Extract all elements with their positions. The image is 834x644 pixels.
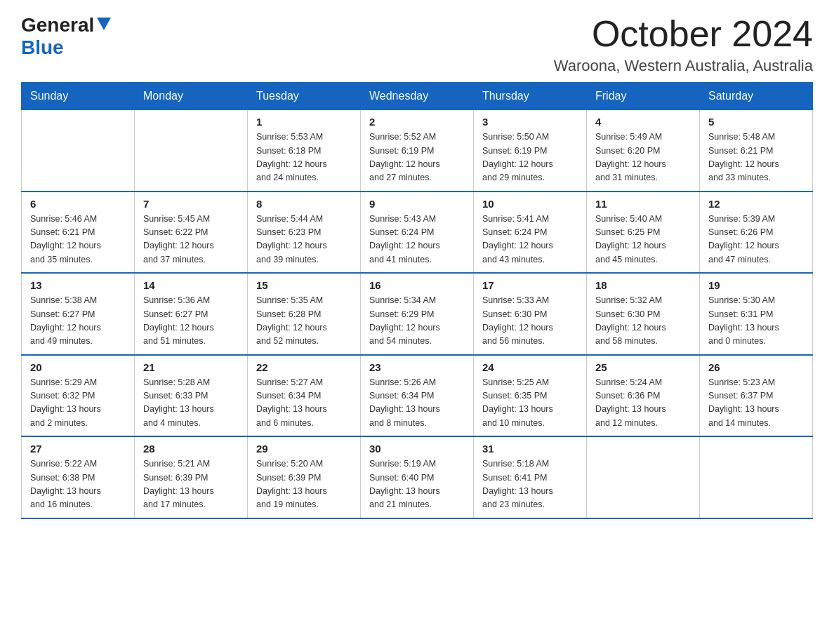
calendar-cell: 14Sunrise: 5:36 AMSunset: 6:27 PMDayligh… — [135, 273, 248, 355]
calendar-table: SundayMondayTuesdayWednesdayThursdayFrid… — [21, 82, 813, 519]
weekday-header-sunday: Sunday — [22, 83, 135, 110]
day-number: 12 — [708, 198, 804, 210]
logo-blue-text: Blue — [21, 36, 64, 59]
day-number: 27 — [30, 443, 126, 455]
calendar-cell: 1Sunrise: 5:53 AMSunset: 6:18 PMDaylight… — [248, 110, 361, 192]
calendar-cell: 28Sunrise: 5:21 AMSunset: 6:39 PMDayligh… — [135, 436, 248, 518]
day-info: Sunrise: 5:44 AMSunset: 6:23 PMDaylight:… — [256, 213, 352, 267]
calendar-week-row: 20Sunrise: 5:29 AMSunset: 6:32 PMDayligh… — [22, 355, 813, 437]
day-number: 17 — [482, 279, 578, 291]
day-info: Sunrise: 5:32 AMSunset: 6:30 PMDaylight:… — [595, 294, 691, 349]
day-number: 14 — [143, 279, 239, 291]
day-number: 3 — [482, 116, 578, 128]
title-section: October 2024 Waroona, Western Australia,… — [554, 14, 813, 75]
day-info: Sunrise: 5:46 AMSunset: 6:21 PMDaylight:… — [30, 213, 126, 267]
weekday-header-saturday: Saturday — [700, 83, 813, 110]
calendar-cell: 13Sunrise: 5:38 AMSunset: 6:27 PMDayligh… — [22, 273, 135, 355]
location-title: Waroona, Western Australia, Australia — [554, 57, 813, 75]
calendar-cell: 2Sunrise: 5:52 AMSunset: 6:19 PMDaylight… — [361, 110, 474, 192]
day-number: 8 — [256, 198, 352, 210]
calendar-cell: 12Sunrise: 5:39 AMSunset: 6:26 PMDayligh… — [700, 192, 813, 274]
day-number: 2 — [369, 116, 465, 128]
day-info: Sunrise: 5:18 AMSunset: 6:41 PMDaylight:… — [482, 457, 578, 512]
calendar-cell: 4Sunrise: 5:49 AMSunset: 6:20 PMDaylight… — [587, 110, 700, 192]
weekday-header-monday: Monday — [135, 83, 248, 110]
day-info: Sunrise: 5:49 AMSunset: 6:20 PMDaylight:… — [595, 130, 691, 185]
day-number: 1 — [256, 116, 352, 128]
calendar-cell: 31Sunrise: 5:18 AMSunset: 6:41 PMDayligh… — [474, 436, 587, 518]
calendar-week-row: 6Sunrise: 5:46 AMSunset: 6:21 PMDaylight… — [22, 192, 813, 274]
day-number: 19 — [708, 279, 804, 291]
calendar-cell: 26Sunrise: 5:23 AMSunset: 6:37 PMDayligh… — [700, 355, 813, 437]
calendar-cell: 6Sunrise: 5:46 AMSunset: 6:21 PMDaylight… — [22, 192, 135, 274]
day-info: Sunrise: 5:36 AMSunset: 6:27 PMDaylight:… — [143, 294, 239, 349]
calendar-cell: 15Sunrise: 5:35 AMSunset: 6:28 PMDayligh… — [248, 273, 361, 355]
calendar-week-row: 27Sunrise: 5:22 AMSunset: 6:38 PMDayligh… — [22, 436, 813, 518]
calendar-cell: 22Sunrise: 5:27 AMSunset: 6:34 PMDayligh… — [248, 355, 361, 437]
day-info: Sunrise: 5:43 AMSunset: 6:24 PMDaylight:… — [369, 213, 465, 267]
day-number: 9 — [369, 198, 465, 210]
calendar-cell — [700, 436, 813, 518]
month-title: October 2024 — [554, 14, 813, 54]
day-number: 28 — [143, 443, 239, 455]
svg-marker-0 — [97, 18, 111, 30]
logo-general-text: General — [21, 14, 94, 36]
calendar-cell: 23Sunrise: 5:26 AMSunset: 6:34 PMDayligh… — [361, 355, 474, 437]
day-info: Sunrise: 5:22 AMSunset: 6:38 PMDaylight:… — [30, 457, 126, 512]
calendar-cell: 20Sunrise: 5:29 AMSunset: 6:32 PMDayligh… — [22, 355, 135, 437]
calendar-cell: 3Sunrise: 5:50 AMSunset: 6:19 PMDaylight… — [474, 110, 587, 192]
calendar-cell: 21Sunrise: 5:28 AMSunset: 6:33 PMDayligh… — [135, 355, 248, 437]
weekday-header-thursday: Thursday — [474, 83, 587, 110]
calendar-cell: 27Sunrise: 5:22 AMSunset: 6:38 PMDayligh… — [22, 436, 135, 518]
calendar-cell: 11Sunrise: 5:40 AMSunset: 6:25 PMDayligh… — [587, 192, 700, 274]
weekday-header-friday: Friday — [587, 83, 700, 110]
calendar-cell — [587, 436, 700, 518]
day-info: Sunrise: 5:50 AMSunset: 6:19 PMDaylight:… — [482, 130, 578, 185]
weekday-header-tuesday: Tuesday — [248, 83, 361, 110]
day-info: Sunrise: 5:48 AMSunset: 6:21 PMDaylight:… — [708, 130, 804, 185]
calendar-cell: 5Sunrise: 5:48 AMSunset: 6:21 PMDaylight… — [700, 110, 813, 192]
day-info: Sunrise: 5:39 AMSunset: 6:26 PMDaylight:… — [708, 213, 804, 267]
calendar-cell: 9Sunrise: 5:43 AMSunset: 6:24 PMDaylight… — [361, 192, 474, 274]
calendar-cell: 29Sunrise: 5:20 AMSunset: 6:39 PMDayligh… — [248, 436, 361, 518]
day-info: Sunrise: 5:45 AMSunset: 6:22 PMDaylight:… — [143, 213, 239, 267]
day-info: Sunrise: 5:24 AMSunset: 6:36 PMDaylight:… — [595, 376, 691, 431]
day-number: 22 — [256, 361, 352, 373]
day-info: Sunrise: 5:53 AMSunset: 6:18 PMDaylight:… — [256, 130, 352, 185]
calendar-header-row: SundayMondayTuesdayWednesdayThursdayFrid… — [22, 83, 813, 110]
day-info: Sunrise: 5:52 AMSunset: 6:19 PMDaylight:… — [369, 130, 465, 185]
day-number: 20 — [30, 361, 126, 373]
calendar-cell: 16Sunrise: 5:34 AMSunset: 6:29 PMDayligh… — [361, 273, 474, 355]
day-info: Sunrise: 5:33 AMSunset: 6:30 PMDaylight:… — [482, 294, 578, 349]
page-header: General Blue October 2024 Waroona, Weste… — [21, 14, 813, 75]
day-number: 25 — [595, 361, 691, 373]
day-info: Sunrise: 5:35 AMSunset: 6:28 PMDaylight:… — [256, 294, 352, 349]
day-info: Sunrise: 5:38 AMSunset: 6:27 PMDaylight:… — [30, 294, 126, 349]
day-number: 4 — [595, 116, 691, 128]
day-number: 15 — [256, 279, 352, 291]
day-info: Sunrise: 5:19 AMSunset: 6:40 PMDaylight:… — [369, 457, 465, 512]
day-number: 16 — [369, 279, 465, 291]
day-number: 6 — [30, 198, 126, 210]
day-info: Sunrise: 5:25 AMSunset: 6:35 PMDaylight:… — [482, 376, 578, 431]
day-number: 7 — [143, 198, 239, 210]
day-info: Sunrise: 5:26 AMSunset: 6:34 PMDaylight:… — [369, 376, 465, 431]
day-info: Sunrise: 5:30 AMSunset: 6:31 PMDaylight:… — [708, 294, 804, 349]
calendar-cell — [135, 110, 248, 192]
day-info: Sunrise: 5:29 AMSunset: 6:32 PMDaylight:… — [30, 376, 126, 431]
day-info: Sunrise: 5:27 AMSunset: 6:34 PMDaylight:… — [256, 376, 352, 431]
calendar-cell: 24Sunrise: 5:25 AMSunset: 6:35 PMDayligh… — [474, 355, 587, 437]
weekday-header-wednesday: Wednesday — [361, 83, 474, 110]
calendar-cell: 7Sunrise: 5:45 AMSunset: 6:22 PMDaylight… — [135, 192, 248, 274]
day-number: 13 — [30, 279, 126, 291]
day-info: Sunrise: 5:20 AMSunset: 6:39 PMDaylight:… — [256, 457, 352, 512]
calendar-week-row: 13Sunrise: 5:38 AMSunset: 6:27 PMDayligh… — [22, 273, 813, 355]
day-number: 30 — [369, 443, 465, 455]
day-number: 10 — [482, 198, 578, 210]
day-number: 26 — [708, 361, 804, 373]
day-number: 24 — [482, 361, 578, 373]
day-number: 18 — [595, 279, 691, 291]
day-number: 29 — [256, 443, 352, 455]
day-number: 11 — [595, 198, 691, 210]
day-number: 31 — [482, 443, 578, 455]
